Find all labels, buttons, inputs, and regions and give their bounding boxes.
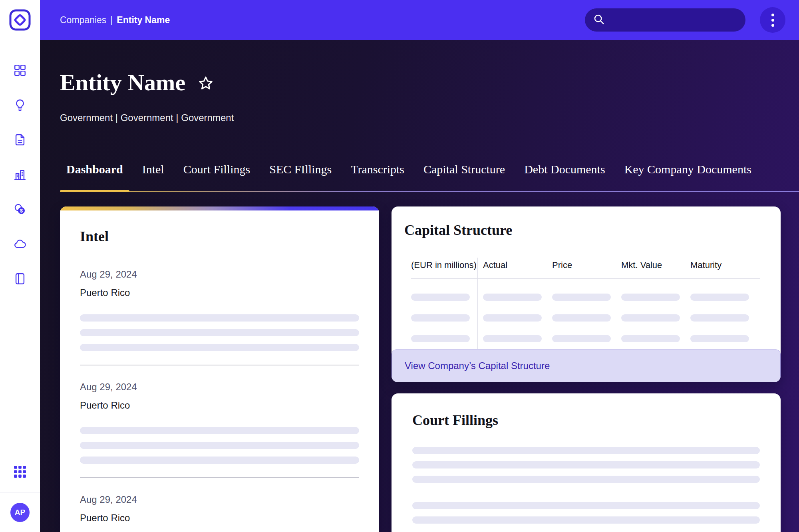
apps-grid-icon <box>12 464 28 481</box>
skeleton-cell <box>483 294 542 301</box>
court-fillings-card: Court Fillings <box>392 393 781 532</box>
app-logo[interactable] <box>9 9 31 32</box>
intel-entry[interactable]: Aug 29, 2024 Puerto Rico <box>80 269 359 351</box>
coins-dollar-icon: $ <box>13 202 27 217</box>
search-input[interactable] <box>610 14 737 26</box>
search-icon <box>593 13 605 27</box>
column-header-price: Price <box>552 260 621 270</box>
intel-entry[interactable]: Aug 29, 2024 Puerto Rico <box>80 381 359 464</box>
skeleton-cell <box>690 294 749 301</box>
column-header-maturity: Maturity <box>690 260 760 270</box>
more-options-button[interactable] <box>760 7 785 33</box>
entry-divider <box>80 365 359 365</box>
cloud-icon <box>13 237 27 252</box>
dashboard-grid-icon <box>13 64 27 78</box>
breadcrumb-companies-link[interactable]: Companies <box>60 15 106 26</box>
skeleton-cell <box>621 294 680 301</box>
page-head: Entity Name Government | Government | Go… <box>40 40 799 123</box>
skeleton-cell <box>483 335 542 342</box>
apps-launcher-button[interactable] <box>12 464 28 481</box>
intel-card-gradient-bar <box>60 206 379 210</box>
sidebar-nav: $ <box>13 64 27 287</box>
court-fillings-card-title: Court Fillings <box>412 412 760 429</box>
entity-subtitle: Government | Government | Government <box>60 112 799 123</box>
skeleton-bar <box>80 314 359 322</box>
main-content: Entity Name Government | Government | Go… <box>40 40 799 532</box>
skeleton-cell <box>411 314 470 322</box>
intel-card-title: Intel <box>80 228 359 245</box>
intel-entry-date: Aug 29, 2024 <box>80 381 359 393</box>
column-header-actual: Actual <box>483 260 552 270</box>
tab-intel[interactable]: Intel <box>142 163 164 192</box>
skeleton-cell <box>411 294 470 301</box>
skeleton-cell <box>621 335 680 342</box>
skeleton-cell <box>552 335 611 342</box>
skeleton-group-gap <box>412 490 760 502</box>
tab-dashboard[interactable]: Dashboard <box>66 163 123 192</box>
sidebar-item-documents[interactable] <box>13 133 27 148</box>
sidebar-item-insights[interactable] <box>13 98 27 113</box>
kebab-icon <box>771 14 774 27</box>
breadcrumb-current-entity: Entity Name <box>117 15 170 26</box>
skeleton-cell <box>552 314 611 322</box>
skeleton-cell <box>621 314 680 322</box>
table-row <box>411 328 760 349</box>
user-avatar[interactable]: AP <box>10 503 30 522</box>
skeleton-bar <box>412 502 760 509</box>
tab-court-fillings[interactable]: Court Fillings <box>183 163 250 192</box>
sidebar-item-companies[interactable] <box>13 168 27 183</box>
intel-card: Intel Aug 29, 2024 Puerto Rico Aug 29, 2… <box>60 206 379 532</box>
skeleton-bar <box>80 442 359 449</box>
table-row <box>411 308 760 328</box>
tab-debt-documents[interactable]: Debt Documents <box>524 163 605 192</box>
skeleton-bar <box>80 427 359 434</box>
table-vertical-divider <box>477 258 478 349</box>
favorite-button[interactable] <box>197 75 214 93</box>
skeleton-cell <box>483 314 542 322</box>
intel-entry-location: Puerto Rico <box>80 512 359 524</box>
search-bar[interactable] <box>585 8 745 32</box>
skeleton-cell <box>411 335 470 342</box>
top-header: Companies | Entity Name <box>40 0 799 40</box>
skeleton-bar <box>412 461 760 468</box>
intel-entry-location: Puerto Rico <box>80 400 359 411</box>
intel-entry[interactable]: Aug 29, 2024 Puerto Rico <box>80 494 359 532</box>
skeleton-cell <box>690 314 749 322</box>
breadcrumb: Companies | Entity Name <box>60 15 170 26</box>
tab-sec-fillings[interactable]: SEC FIllings <box>269 163 332 192</box>
svg-text:$: $ <box>20 208 23 214</box>
entry-divider <box>80 477 359 478</box>
tab-bar: Dashboard Intel Court Fillings SEC FIlli… <box>60 159 799 192</box>
capital-structure-card-title: Capital Structure <box>404 222 760 238</box>
skeleton-bar <box>412 516 760 524</box>
table-header-row: (EUR in millions) Actual Price Mkt. Valu… <box>411 260 760 279</box>
breadcrumb-separator: | <box>110 15 113 26</box>
sidebar-item-dashboard[interactable] <box>13 64 27 78</box>
intel-entry-location: Puerto Rico <box>80 287 359 298</box>
tab-transcripts[interactable]: Transcripts <box>351 163 404 192</box>
app-logo-icon <box>9 26 31 32</box>
sidebar-item-library[interactable] <box>13 272 27 287</box>
view-capital-structure-link[interactable]: View Company’s Capital Structure <box>392 349 781 382</box>
sidebar-item-cloud[interactable] <box>13 237 27 252</box>
skeleton-cell <box>690 335 749 342</box>
sidebar: $ AP <box>0 0 40 532</box>
sidebar-item-financials[interactable]: $ <box>13 202 27 217</box>
skeleton-bar <box>412 476 760 483</box>
tab-key-company-documents[interactable]: Key Company Documents <box>624 163 751 192</box>
skeleton-bar <box>80 329 359 336</box>
intel-entry-date: Aug 29, 2024 <box>80 494 359 505</box>
lightbulb-icon <box>13 98 27 113</box>
star-icon <box>197 75 214 93</box>
intel-entry-date: Aug 29, 2024 <box>80 269 359 280</box>
buildings-chart-icon <box>13 168 27 183</box>
capital-structure-card: Capital Structure (EUR in millions) Actu… <box>392 206 781 382</box>
tab-capital-structure[interactable]: Capital Structure <box>423 163 505 192</box>
capital-structure-table: (EUR in millions) Actual Price Mkt. Valu… <box>411 260 760 349</box>
column-header-mkt-value: Mkt. Value <box>621 260 690 270</box>
skeleton-bar <box>80 344 359 351</box>
notebook-icon <box>13 272 27 287</box>
document-icon <box>13 133 27 148</box>
skeleton-bar <box>80 457 359 464</box>
page-title: Entity Name <box>60 69 185 96</box>
